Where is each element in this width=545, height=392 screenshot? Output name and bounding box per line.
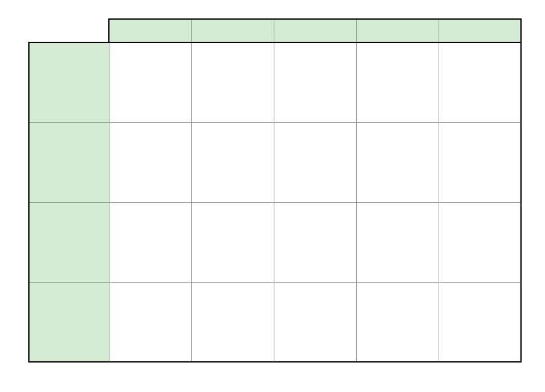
column-header-row xyxy=(29,19,521,42)
row-header xyxy=(29,42,109,122)
data-cell xyxy=(356,122,439,202)
data-cell xyxy=(109,202,191,282)
column-header xyxy=(439,19,521,42)
row-header xyxy=(29,282,109,362)
table-row xyxy=(29,282,521,362)
table-row xyxy=(29,42,521,122)
data-cell xyxy=(356,202,439,282)
data-cell xyxy=(191,42,274,122)
data-cell xyxy=(274,122,356,202)
column-header xyxy=(109,19,191,42)
data-cell xyxy=(356,42,439,122)
data-cell xyxy=(191,202,274,282)
data-cell xyxy=(274,42,356,122)
grid-table xyxy=(28,18,522,363)
data-cell xyxy=(109,42,191,122)
corner-cell xyxy=(29,19,109,42)
column-header xyxy=(274,19,356,42)
data-cell xyxy=(109,122,191,202)
data-cell xyxy=(439,282,521,362)
row-header xyxy=(29,202,109,282)
table-row xyxy=(29,122,521,202)
data-cell xyxy=(274,202,356,282)
data-cell xyxy=(274,282,356,362)
column-header xyxy=(191,19,274,42)
data-cell xyxy=(439,122,521,202)
data-cell xyxy=(191,122,274,202)
data-cell xyxy=(439,42,521,122)
blank-table xyxy=(28,18,522,363)
data-cell xyxy=(356,282,439,362)
column-header xyxy=(356,19,439,42)
data-cell xyxy=(439,202,521,282)
table-row xyxy=(29,202,521,282)
row-header xyxy=(29,122,109,202)
data-cell xyxy=(109,282,191,362)
data-cell xyxy=(191,282,274,362)
